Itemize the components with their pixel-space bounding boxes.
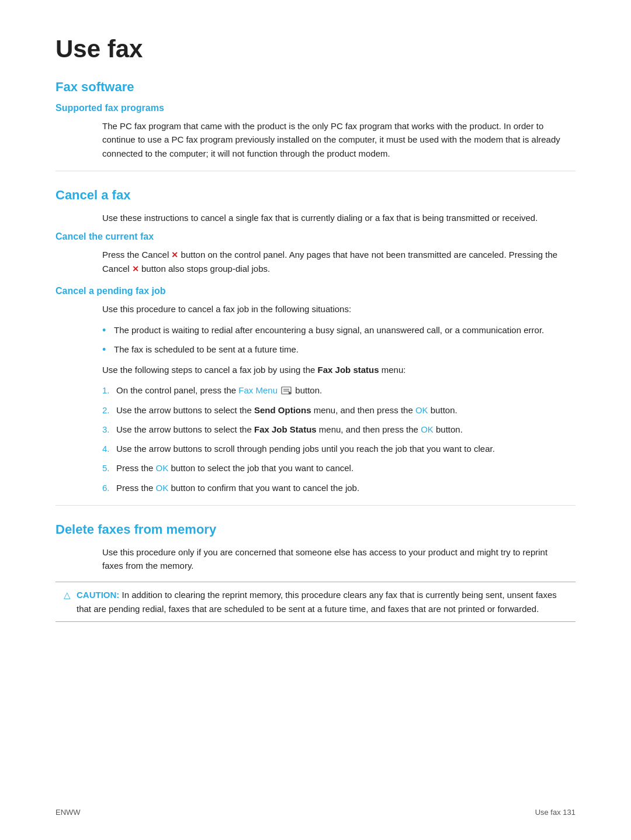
bullet-2-text: The fax is scheduled to be sent at a fut… — [114, 344, 299, 354]
cancel-steps-list: 1. On the control panel, press the Fax M… — [102, 383, 564, 495]
supported-programs-body: The PC fax program that came with the pr… — [102, 119, 564, 160]
fax-job-status-bold-2: Fax Job Status — [254, 424, 317, 434]
bullet-item-2: The fax is scheduled to be sent at a fut… — [102, 343, 564, 356]
step-2-text: Use the arrow buttons to select the Send… — [116, 405, 457, 415]
caution-label: CAUTION: In addition to clearing the rep… — [77, 588, 567, 616]
page: Use fax Fax software Supported fax progr… — [0, 0, 631, 840]
step-5-text: Press the OK button to select the job th… — [116, 463, 353, 473]
fax-menu-icon: ▶ — [281, 386, 292, 395]
cancel-current-text-before: Press the Cancel — [102, 250, 171, 260]
cancel-pending-block: Cancel a pending fax job Use this proced… — [56, 286, 575, 495]
step-4-text: Use the arrow buttons to scroll through … — [116, 444, 495, 454]
ok-link-5[interactable]: OK — [156, 463, 169, 473]
step-3-num: 3. — [102, 423, 110, 436]
ok-link-3[interactable]: OK — [421, 424, 434, 434]
caution-box: △ CAUTION: In addition to clearing the r… — [56, 582, 575, 622]
cancel-current-body: Press the Cancel ✕ button on the control… — [102, 248, 564, 275]
cancel-current-heading: Cancel the current fax — [56, 231, 575, 242]
steps-intro: Use the following steps to cancel a fax … — [102, 363, 564, 376]
section-fax-software: Fax software Supported fax programs The … — [56, 79, 575, 160]
fax-software-heading: Fax software — [56, 79, 575, 95]
bullet-1-text: The product is waiting to redial after e… — [114, 325, 544, 335]
step-6-text: Press the OK button to confirm that you … — [116, 483, 359, 493]
cancel-x-icon-2: ✕ — [132, 264, 139, 274]
cancel-pending-heading: Cancel a pending fax job — [56, 286, 575, 296]
cancel-pending-intro: Use this procedure to cancel a fax job i… — [102, 302, 564, 316]
section-delete-faxes: Delete faxes from memory Use this proced… — [56, 505, 575, 622]
step-6: 6. Press the OK button to confirm that y… — [102, 481, 564, 495]
delete-faxes-intro: Use this procedure only if you are conce… — [102, 545, 564, 573]
cancel-fax-intro: Use these instructions to cancel a singl… — [102, 211, 564, 224]
ok-link-6[interactable]: OK — [156, 483, 169, 493]
step-5: 5. Press the OK button to select the job… — [102, 461, 564, 475]
step-2-num: 2. — [102, 403, 110, 417]
steps-intro-end: menu: — [379, 365, 406, 375]
cancel-current-text-end: button also stops group-dial jobs. — [139, 264, 270, 274]
step-1: 1. On the control panel, press the Fax M… — [102, 383, 564, 397]
fax-menu-link[interactable]: Fax Menu — [238, 385, 278, 395]
supported-programs-block: Supported fax programs The PC fax progra… — [56, 103, 575, 160]
page-title: Use fax — [56, 35, 575, 63]
step-3: 3. Use the arrow buttons to select the F… — [102, 423, 564, 436]
caution-label-text: CAUTION: — [77, 590, 119, 600]
step-2: 2. Use the arrow buttons to select the S… — [102, 403, 564, 417]
step-4-num: 4. — [102, 442, 110, 455]
step-3-text: Use the arrow buttons to select the Fax … — [116, 424, 463, 434]
caution-body-text: In addition to clearing the reprint memo… — [77, 590, 557, 613]
cancel-x-icon-1: ✕ — [171, 250, 178, 260]
svg-text:▶: ▶ — [289, 390, 292, 395]
steps-intro-text: Use the following steps to cancel a fax … — [102, 365, 318, 375]
supported-programs-heading: Supported fax programs — [56, 103, 575, 113]
cancel-current-block: Cancel the current fax Press the Cancel … — [56, 231, 575, 275]
footer-left: ENWW — [56, 808, 81, 817]
delete-faxes-heading: Delete faxes from memory — [56, 522, 575, 537]
step-4: 4. Use the arrow buttons to scroll throu… — [102, 442, 564, 455]
bullet-item-1: The product is waiting to redial after e… — [102, 323, 564, 337]
step-1-num: 1. — [102, 383, 110, 397]
caution-triangle-icon: △ — [64, 588, 71, 602]
send-options-bold: Send Options — [254, 405, 311, 415]
step-6-num: 6. — [102, 481, 110, 495]
section-cancel-a-fax: Cancel a fax Use these instructions to c… — [56, 171, 575, 495]
cancel-fax-heading: Cancel a fax — [56, 188, 575, 203]
footer-right: Use fax 131 — [535, 808, 575, 817]
step-5-num: 5. — [102, 461, 110, 475]
cancel-pending-bullets: The product is waiting to redial after e… — [102, 323, 564, 357]
footer: ENWW Use fax 131 — [56, 808, 575, 817]
fax-job-status-bold: Fax Job status — [318, 365, 379, 375]
ok-link-2[interactable]: OK — [415, 405, 428, 415]
step-1-text: On the control panel, press the Fax Menu… — [116, 385, 322, 395]
